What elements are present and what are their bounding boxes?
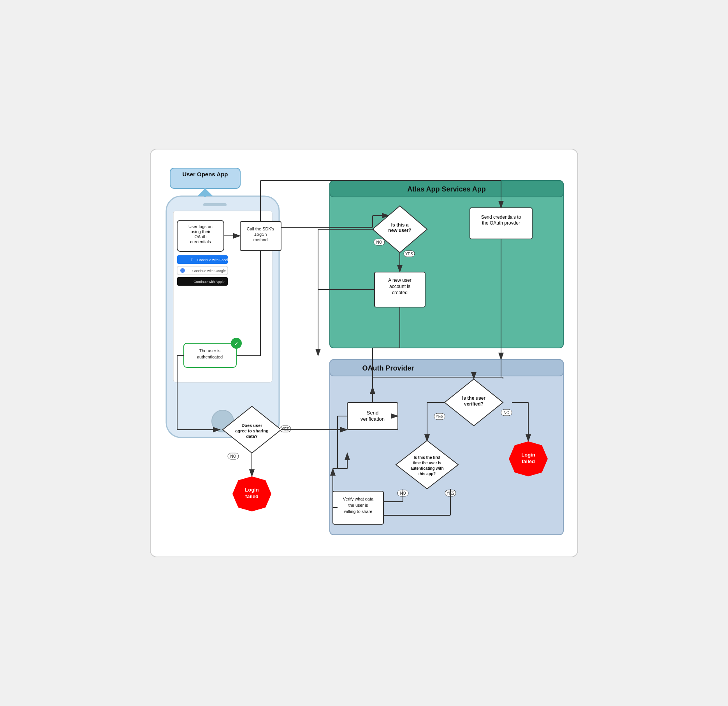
svg-text:agree to sharing: agree to sharing xyxy=(235,429,269,433)
svg-rect-124 xyxy=(333,491,383,524)
svg-text:Is this a: Is this a xyxy=(391,222,409,228)
svg-text:Call the SDK's: Call the SDK's xyxy=(247,227,274,231)
svg-text:time the user is: time the user is xyxy=(413,461,441,465)
svg-text:NO: NO xyxy=(230,454,236,458)
svg-text:credentials: credentials xyxy=(190,239,211,244)
svg-text:OAuth: OAuth xyxy=(194,234,206,239)
svg-text:using their: using their xyxy=(191,229,211,234)
svg-text:verified?: verified? xyxy=(464,401,484,407)
svg-text:YES: YES xyxy=(281,427,289,431)
svg-text:Verify what data: Verify what data xyxy=(343,497,374,501)
svg-rect-12 xyxy=(204,188,206,197)
svg-text:account is: account is xyxy=(389,284,410,289)
svg-text:failed: failed xyxy=(522,458,535,464)
svg-text:failed: failed xyxy=(245,493,258,499)
svg-text:YES: YES xyxy=(405,252,413,256)
svg-text:this app?: this app? xyxy=(419,472,436,476)
svg-rect-7 xyxy=(203,203,227,206)
svg-text:verification: verification xyxy=(360,416,385,422)
svg-text:Is this the first: Is this the first xyxy=(414,455,441,460)
svg-text:Continue with Apple: Continue with Apple xyxy=(193,280,225,284)
svg-text:User logs on: User logs on xyxy=(188,224,213,229)
svg-text:data?: data? xyxy=(246,434,258,439)
user-opens-app: User Opens App xyxy=(183,171,228,177)
svg-point-22 xyxy=(180,268,185,273)
svg-text:the user is: the user is xyxy=(348,503,368,508)
svg-text:Send credentials to: Send credentials to xyxy=(481,214,521,220)
svg-text:the OAuth provder: the OAuth provder xyxy=(482,220,520,226)
svg-text:Continue with Facebook: Continue with Facebook xyxy=(197,258,235,262)
diagram-svg: Atlas App Services App OAuth Provider Us… xyxy=(162,161,566,543)
svg-text:login: login xyxy=(254,232,267,237)
svg-text:Continue with Google: Continue with Google xyxy=(192,269,226,273)
svg-text:NO: NO xyxy=(504,411,510,415)
svg-text:Does user: Does user xyxy=(241,423,262,428)
svg-text:created: created xyxy=(392,290,408,295)
svg-text:autenticating with: autenticating with xyxy=(411,466,444,471)
svg-text:Send: Send xyxy=(367,410,378,416)
main-container: Atlas App Services App OAuth Provider Us… xyxy=(150,149,578,557)
svg-text:Login: Login xyxy=(245,487,258,493)
svg-text:authenticated: authenticated xyxy=(197,355,223,359)
svg-text:method: method xyxy=(253,237,268,242)
svg-text:willing to share: willing to share xyxy=(344,509,373,514)
svg-text:✓: ✓ xyxy=(234,341,239,347)
atlas-title: Atlas App Services App xyxy=(407,185,486,193)
svg-text:Is the user: Is the user xyxy=(462,395,485,401)
svg-text:Login: Login xyxy=(521,452,535,458)
svg-text:The user is: The user is xyxy=(199,348,221,353)
svg-text:new user?: new user? xyxy=(388,228,411,233)
svg-rect-2 xyxy=(330,181,563,348)
svg-text:NO: NO xyxy=(376,240,382,244)
oauth-title: OAuth Provider xyxy=(362,364,414,372)
svg-text:A new user: A new user xyxy=(388,277,411,283)
svg-text:YES: YES xyxy=(436,414,443,419)
